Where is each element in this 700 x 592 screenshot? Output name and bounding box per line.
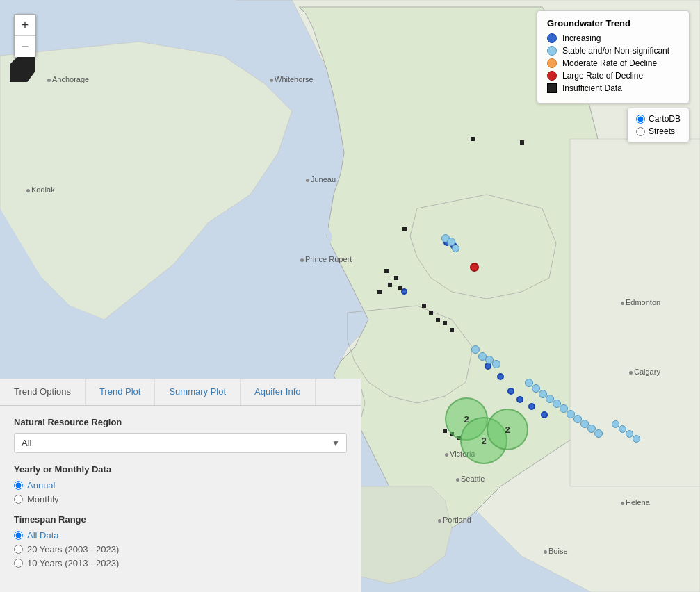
legend-item-increasing: Increasing bbox=[547, 33, 679, 43]
legend-dot-moderate bbox=[547, 58, 557, 68]
zoom-in-button[interactable]: + bbox=[15, 15, 35, 35]
10-years-option[interactable]: 10 Years (2013 - 2023) bbox=[14, 558, 347, 568]
legend-dot-increasing bbox=[547, 33, 557, 43]
map-container[interactable]: + − Anchorage Whitehorse Juneau Kodiak P… bbox=[0, 0, 700, 592]
bottom-panel: Trend Options Trend Plot Summary Plot Aq… bbox=[0, 379, 361, 592]
legend-item-stable: Stable and/or Non-significant bbox=[547, 46, 679, 56]
tab-bar: Trend Options Trend Plot Summary Plot Aq… bbox=[0, 379, 361, 406]
region-label: Natural Resource Region bbox=[14, 417, 347, 427]
20-years-option[interactable]: 20 Years (2003 - 2023) bbox=[14, 544, 347, 554]
monthly-option[interactable]: Monthly bbox=[14, 494, 347, 504]
10-years-radio[interactable] bbox=[14, 559, 23, 568]
20-years-radio[interactable] bbox=[14, 545, 23, 554]
timespan-label: Timespan Range bbox=[14, 514, 347, 525]
zoom-out-button[interactable]: − bbox=[15, 36, 35, 57]
cartodb-radio[interactable] bbox=[636, 115, 645, 124]
all-data-option[interactable]: All Data bbox=[14, 530, 347, 541]
data-frequency-label: Yearly or Monthly Data bbox=[14, 464, 347, 475]
streets-radio[interactable] bbox=[636, 127, 645, 136]
annual-option[interactable]: Annual bbox=[14, 480, 347, 491]
legend-square-insufficient bbox=[547, 83, 557, 93]
legend-item-moderate: Moderate Rate of Decline bbox=[547, 58, 679, 68]
legend-dot-large bbox=[547, 71, 557, 81]
legend-dot-stable bbox=[547, 46, 557, 56]
legend-item-large: Large Rate of Decline bbox=[547, 71, 679, 81]
annual-radio[interactable] bbox=[14, 481, 23, 490]
panel-content: Natural Resource Region All ▼ Yearly or … bbox=[0, 406, 361, 592]
monthly-radio[interactable] bbox=[14, 495, 23, 504]
tab-trend-options[interactable]: Trend Options bbox=[0, 379, 86, 405]
cartodb-option[interactable]: CartoDB bbox=[636, 114, 681, 124]
all-data-radio[interactable] bbox=[14, 531, 23, 540]
region-dropdown[interactable]: All bbox=[14, 433, 347, 453]
region-dropdown-container: All ▼ bbox=[14, 433, 347, 453]
timespan-group: All Data 20 Years (2003 - 2023) 10 Years… bbox=[14, 530, 347, 568]
streets-option[interactable]: Streets bbox=[636, 126, 681, 136]
tab-summary-plot[interactable]: Summary Plot bbox=[155, 379, 241, 405]
data-frequency-group: Annual Monthly bbox=[14, 480, 347, 504]
zoom-controls[interactable]: + − bbox=[14, 14, 36, 58]
legend: Groundwater Trend Increasing Stable and/… bbox=[537, 10, 690, 104]
tab-trend-plot[interactable]: Trend Plot bbox=[86, 379, 156, 405]
base-layer-selector: CartoDB Streets bbox=[627, 108, 690, 142]
tab-aquifer-info[interactable]: Aquifer Info bbox=[241, 379, 316, 405]
legend-item-insufficient: Insufficient Data bbox=[547, 83, 679, 93]
legend-title: Groundwater Trend bbox=[547, 18, 679, 28]
